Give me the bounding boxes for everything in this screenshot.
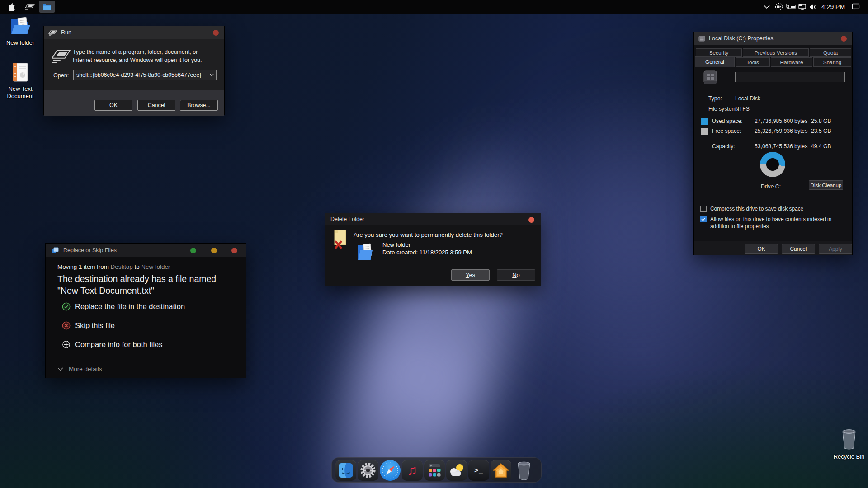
properties-titlebar[interactable]: Local Disk (C:) Properties — [694, 32, 852, 45]
capacity-label: Capacity: — [712, 143, 735, 150]
checkbox-checked[interactable] — [700, 216, 707, 222]
minimize-dot-green[interactable] — [190, 248, 196, 253]
dock-terminal-icon[interactable]: >_ — [468, 460, 489, 481]
tray-network[interactable] — [797, 0, 808, 14]
cancel-button[interactable]: Cancel — [137, 100, 175, 111]
compress-checkbox-row[interactable]: Compress this drive to save disk space — [700, 205, 845, 212]
combobox-dropdown-button[interactable] — [207, 70, 216, 80]
desktop-icon-recycle-bin[interactable]: Recycle Bin — [831, 428, 867, 460]
index-checkbox-row[interactable]: Allow files on this drive to have conten… — [700, 216, 849, 230]
apply-button[interactable]: Apply — [819, 244, 852, 254]
option-replace-file[interactable]: Replace the file in the destination — [62, 302, 185, 311]
delete-warning-icon — [333, 230, 347, 249]
free-space-bytes: 25,326,759,936 bytes — [755, 128, 807, 134]
browse-button[interactable]: Browse... — [180, 100, 218, 111]
run-footer: OK Cancel Browse... — [44, 90, 224, 116]
tray-meet-now[interactable] — [773, 0, 785, 14]
tab-general[interactable]: General — [695, 56, 735, 67]
dock-settings-icon[interactable] — [358, 460, 378, 481]
chevron-down-icon — [57, 367, 63, 371]
weather-sun-cloud-icon — [448, 463, 465, 478]
music-note-icon: ♫ — [407, 464, 418, 477]
used-space-swatch — [701, 118, 708, 125]
run-command-combobox — [73, 70, 217, 80]
disk-cleanup-button[interactable]: Disk Cleanup — [809, 180, 843, 190]
checkbox-unchecked[interactable] — [700, 206, 707, 212]
finder-icon — [338, 463, 354, 478]
tab-tools[interactable]: Tools — [736, 57, 770, 67]
option-label: Skip this file — [75, 321, 115, 330]
run-dialog-icon — [52, 50, 71, 63]
tray-hidden-icons-chevron[interactable] — [761, 0, 772, 14]
capacity-bytes: 53,063,745,536 bytes — [755, 143, 807, 150]
dock-safari-icon[interactable] — [380, 460, 401, 481]
check-icon — [701, 217, 706, 221]
close-button-dot[interactable] — [528, 217, 534, 223]
capacity-gb: 49.4 GB — [811, 143, 831, 150]
divider — [704, 140, 843, 140]
compress-checkbox-label: Compress this drive to save disk space — [710, 205, 803, 212]
donut-hole — [766, 158, 779, 171]
cancel-button[interactable]: Cancel — [782, 244, 815, 254]
ok-button[interactable]: OK — [745, 244, 778, 254]
tab-sharing[interactable]: Sharing — [813, 57, 851, 67]
volume-label-input[interactable] — [735, 72, 845, 82]
replace-titlebar[interactable]: Replace or Skip Files — [46, 244, 246, 257]
tray-volume[interactable] — [807, 0, 819, 14]
option-compare-files[interactable]: Compare info for both files — [62, 340, 163, 349]
gear-icon — [360, 462, 376, 479]
properties-footer: OK Cancel Apply — [694, 241, 852, 255]
dock-trash-icon[interactable] — [514, 461, 533, 481]
network-monitor-icon — [798, 3, 807, 10]
close-button-dot[interactable] — [841, 36, 847, 42]
option-skip-file[interactable]: Skip this file — [62, 321, 115, 330]
launchpad-icon — [427, 463, 442, 478]
dock-launchpad-icon[interactable] — [424, 460, 445, 481]
file-explorer-icon — [42, 3, 52, 10]
yes-button[interactable]: Yes — [451, 269, 490, 281]
close-button-dot[interactable] — [213, 30, 219, 36]
moving-source: Desktop — [111, 263, 133, 270]
ok-button[interactable]: OK — [94, 100, 132, 111]
tray-notifications[interactable] — [849, 0, 863, 14]
menubar-run-app-icon[interactable] — [23, 0, 37, 14]
menubar-file-explorer-icon[interactable] — [39, 1, 55, 13]
restore-dot-amber[interactable] — [211, 248, 217, 253]
desktop-icon-new-text-document[interactable]: New Text Document — [1, 62, 40, 100]
filesystem-value: NTFS — [735, 106, 750, 112]
free-space-swatch — [701, 128, 708, 135]
terminal-prompt-icon: >_ — [474, 466, 483, 474]
dock-finder-icon[interactable] — [335, 460, 356, 481]
tray-clock[interactable]: 4:29 PM — [820, 0, 846, 14]
run-titlebar[interactable]: Run — [44, 26, 224, 39]
dock-music-icon[interactable]: ♫ — [402, 460, 423, 481]
tab-previous-versions[interactable]: Previous Versions — [743, 48, 809, 57]
dock-home-icon[interactable] — [491, 460, 511, 481]
run-command-input[interactable] — [74, 72, 207, 78]
used-space-bytes: 27,736,985,600 bytes — [755, 118, 807, 124]
apple-logo-icon — [9, 3, 15, 11]
check-circle-icon — [62, 302, 71, 311]
desktop-icon-new-folder[interactable]: New folder — [1, 15, 40, 47]
close-dot-red[interactable] — [231, 248, 237, 253]
more-details-toggle[interactable]: More details — [57, 366, 102, 372]
tray-battery[interactable] — [785, 0, 797, 14]
tab-hardware[interactable]: Hardware — [771, 57, 812, 67]
open-folder-icon — [9, 15, 31, 36]
delete-titlebar[interactable]: Delete Folder — [325, 213, 541, 225]
dock-weather-icon[interactable] — [446, 460, 467, 481]
filesystem-label: File system: — [708, 106, 738, 112]
chevron-down-icon — [210, 74, 214, 76]
tab-quota[interactable]: Quota — [810, 48, 851, 57]
apple-menu[interactable] — [5, 0, 18, 14]
no-button[interactable]: No — [497, 269, 535, 281]
moving-destination: New folder — [141, 263, 170, 270]
replace-title: Replace or Skip Files — [63, 247, 117, 253]
delete-folder-dialog: Delete Folder Are you sure you want to p… — [325, 213, 541, 286]
text-document-icon — [12, 62, 29, 82]
notification-bubble-icon — [852, 3, 860, 11]
folder-item-icon — [357, 242, 374, 262]
tab-security[interactable]: Security — [696, 48, 742, 57]
index-checkbox-label: Allow files on this drive to have conten… — [710, 216, 849, 230]
run-message: Type the name of a program, folder, docu… — [73, 48, 211, 65]
